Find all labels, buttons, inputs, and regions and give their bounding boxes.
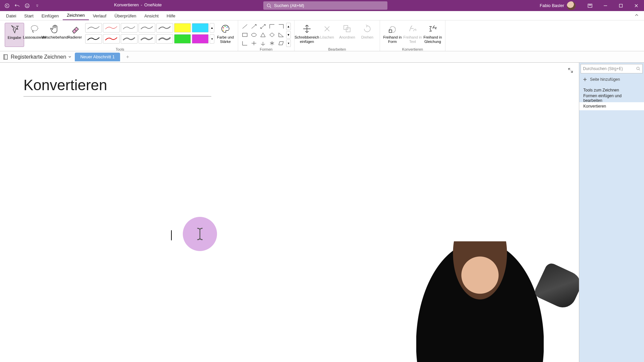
presenter-webcam-overlay xyxy=(416,241,544,362)
eingabe-label: Eingabe xyxy=(8,36,21,40)
ink-to-shape-icon xyxy=(387,23,398,34)
arrange-icon xyxy=(342,23,353,34)
pen-gray-2[interactable] xyxy=(139,23,155,33)
shape-rect[interactable] xyxy=(241,31,249,39)
shape-line[interactable] xyxy=(241,23,249,30)
notebook-picker[interactable]: Registerkarte Zeichnen xyxy=(3,54,71,60)
menu-ueberpruefen[interactable]: Überprüfen xyxy=(110,12,140,20)
fullscreen-icon[interactable] xyxy=(568,67,574,74)
shape-right-triangle[interactable] xyxy=(277,31,285,39)
add-page-label: Seite hinzufügen xyxy=(590,77,620,82)
shape-elbow-1[interactable] xyxy=(268,23,276,30)
highlighter-green[interactable] xyxy=(174,34,191,44)
pen-red-med[interactable] xyxy=(103,34,120,44)
highlighter-magenta[interactable] xyxy=(192,34,209,44)
schreibbereich-label: Schreibbereich einfügen xyxy=(294,35,319,44)
qat-dropdown-icon[interactable] xyxy=(34,2,41,9)
svg-rect-16 xyxy=(346,28,350,32)
freihand-form-button[interactable]: Freihand in Form xyxy=(383,23,402,47)
menu-zeichnen[interactable]: Zeichnen xyxy=(63,11,89,20)
user-account[interactable]: Fabio Basler xyxy=(540,1,576,10)
shape-axes-xy[interactable] xyxy=(241,40,249,47)
touch-mode-icon[interactable] xyxy=(23,2,31,9)
freihand-gleichung-button[interactable]: Freihand in Gleichung xyxy=(423,23,442,47)
page-title-container[interactable]: Konvertieren xyxy=(23,77,211,97)
highlighter-cyan[interactable] xyxy=(192,23,209,33)
ribbon: Eingabe Lassoauswahl Verschiebehand Radi… xyxy=(0,20,644,51)
collapse-ribbon-icon[interactable] xyxy=(634,12,641,19)
pen-gray-4[interactable] xyxy=(121,34,138,44)
add-page-button[interactable]: Seite hinzufügen xyxy=(579,75,644,84)
shape-axes-3d-2[interactable] xyxy=(268,40,276,47)
pen-gray-1[interactable] xyxy=(121,23,138,33)
shape-parallelogram[interactable] xyxy=(277,40,285,47)
shape-axes-cross[interactable] xyxy=(250,40,258,47)
lasso-button[interactable]: Lassoauswahl xyxy=(25,23,44,47)
radierer-button[interactable]: Radierer xyxy=(65,23,85,47)
page-canvas[interactable]: Konvertieren xyxy=(0,63,579,362)
back-icon[interactable] xyxy=(3,2,11,9)
svg-point-14 xyxy=(252,33,256,37)
loeschen-button: Löschen xyxy=(317,23,337,47)
shapes-down-icon[interactable]: ▼ xyxy=(286,31,291,39)
page-search-input[interactable]: Durchsuchen (Strg+E) xyxy=(581,64,643,73)
drehen-label: Drehen xyxy=(361,35,373,40)
shape-ellipse[interactable] xyxy=(250,31,258,39)
menu-ansicht[interactable]: Ansicht xyxy=(140,12,163,20)
gallery-up-icon[interactable]: ▲ xyxy=(210,23,214,33)
shape-triangle[interactable] xyxy=(259,31,267,39)
ribbon-group-konvertieren: Freihand in Form Freihand in Text Freiha… xyxy=(380,20,445,51)
svg-point-0 xyxy=(5,4,9,8)
plus-icon xyxy=(583,77,587,82)
shape-elbow-2[interactable] xyxy=(277,23,285,30)
pen-black-thin[interactable] xyxy=(85,23,102,33)
schreibbereich-button[interactable]: Schreibbereich einfügen xyxy=(297,23,317,47)
svg-point-10 xyxy=(225,26,226,27)
search-placeholder: Suchen (Alt+M) xyxy=(274,3,304,8)
chevron-down-icon xyxy=(68,55,71,59)
cursor-text-icon xyxy=(9,24,20,35)
hand-label: Verschiebehand xyxy=(42,35,68,40)
svg-point-4 xyxy=(267,4,270,7)
menu-start[interactable]: Start xyxy=(20,12,37,20)
shapes-more-icon[interactable]: ▾ xyxy=(286,40,291,47)
ribbon-group-tools: Eingabe Lassoauswahl Verschiebehand Radi… xyxy=(2,20,238,51)
shape-axes-3d-1[interactable] xyxy=(259,40,267,47)
pen-red-thin[interactable] xyxy=(103,23,120,33)
shape-double-arrow[interactable] xyxy=(259,23,267,30)
add-section-button[interactable]: ＋ xyxy=(123,53,131,61)
eingabe-button[interactable]: Eingabe xyxy=(5,23,24,47)
menu-einfuegen[interactable]: Einfügen xyxy=(38,12,63,20)
pen-gray-3[interactable] xyxy=(156,23,173,33)
window-controls xyxy=(598,0,644,11)
page-item-konvertieren[interactable]: Konvertieren xyxy=(579,102,644,110)
page-title[interactable]: Konvertieren xyxy=(23,77,211,96)
shape-diamond[interactable] xyxy=(268,31,276,39)
shapes-up-icon[interactable]: ▲ xyxy=(286,23,291,30)
ribbon-group-bearbeiten: Schreibbereich einfügen Löschen Anordnen… xyxy=(294,20,380,51)
svg-point-9 xyxy=(223,27,224,28)
pen-gray-5[interactable] xyxy=(139,34,155,44)
close-button[interactable] xyxy=(629,0,644,11)
farbe-staerke-button[interactable]: Farbe und Stärke xyxy=(216,23,235,47)
section-tab[interactable]: Neuer Abschnitt 1 xyxy=(75,53,120,61)
hand-button[interactable]: Verschiebehand xyxy=(45,23,64,47)
menu-verlauf[interactable]: Verlauf xyxy=(89,12,110,20)
page-item-formen[interactable]: Formen einfügen und bearbeiten xyxy=(579,94,644,102)
maximize-button[interactable] xyxy=(613,0,629,11)
menu-hilfe[interactable]: Hilfe xyxy=(163,12,179,20)
minimize-button[interactable] xyxy=(598,0,613,11)
svg-point-8 xyxy=(31,25,38,31)
search-input[interactable]: Suchen (Alt+M) xyxy=(263,1,387,10)
gallery-more-icon[interactable]: ▾ xyxy=(210,34,214,44)
menu-datei[interactable]: Datei xyxy=(2,12,20,20)
title-underline xyxy=(23,96,211,97)
pen-black-med[interactable] xyxy=(85,34,102,44)
highlighter-yellow[interactable] xyxy=(174,23,191,33)
ribbon-display-icon[interactable] xyxy=(582,0,598,11)
page-item-tools[interactable]: Tools zum Zeichnen xyxy=(579,86,644,94)
shape-arrow[interactable] xyxy=(250,23,258,30)
pen-gray-6[interactable] xyxy=(156,34,173,44)
svg-point-1 xyxy=(25,4,29,8)
undo-icon[interactable] xyxy=(13,2,21,9)
